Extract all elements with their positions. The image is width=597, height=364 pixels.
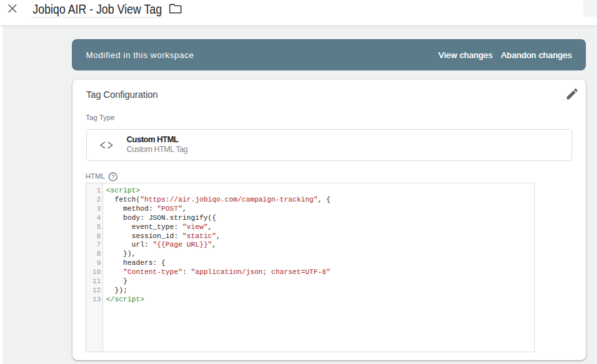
svg-text:?: ? (111, 173, 114, 180)
